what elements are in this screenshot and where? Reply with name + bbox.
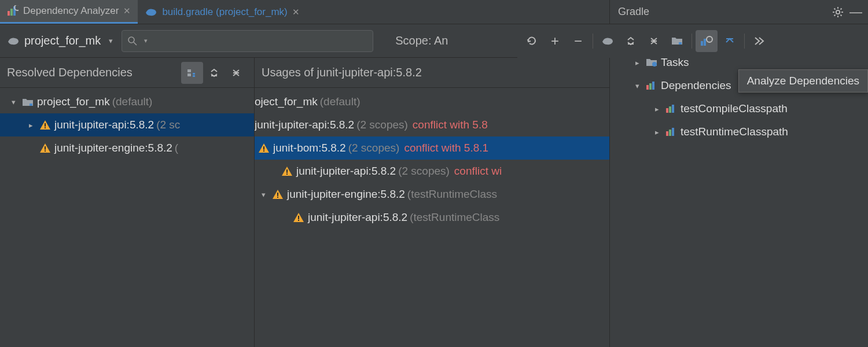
chevron-right-icon[interactable]: ▸ bbox=[25, 121, 36, 130]
node-label: junit-jupiter-api:5.8.2 bbox=[308, 211, 407, 224]
gear-icon[interactable] bbox=[832, 6, 844, 18]
gradle-icon bbox=[145, 7, 157, 17]
svg-rect-8 bbox=[193, 75, 195, 77]
warning-icon bbox=[281, 166, 293, 176]
node-suffix: ( bbox=[175, 142, 178, 154]
tooltip-text: Analyze Dependencies bbox=[747, 75, 859, 87]
project-dropdown[interactable]: project_for_mk ▾ bbox=[7, 34, 116, 47]
scope-label[interactable]: Scope: An bbox=[395, 34, 448, 47]
svg-rect-6 bbox=[187, 69, 191, 72]
separator bbox=[692, 34, 692, 49]
tree-node-classpath[interactable]: ▸ testCompileClasspath bbox=[610, 97, 868, 120]
svg-rect-44 bbox=[704, 39, 706, 46]
panel-title: Resolved Dependencies bbox=[7, 66, 181, 79]
node-label: junit-jupiter-api:5.8.2 bbox=[255, 119, 354, 131]
tree-root[interactable]: ▾ project_for_mk (default) bbox=[0, 90, 254, 113]
remove-button[interactable]: − bbox=[567, 30, 589, 52]
tree-node[interactable]: ▸ junit-jupiter-api:5.8.2 (2 sc bbox=[0, 113, 254, 136]
gradle-header: Gradle — bbox=[610, 0, 868, 24]
close-icon[interactable]: ✕ bbox=[123, 6, 131, 16]
svg-rect-40 bbox=[669, 130, 671, 136]
project-structure-button[interactable] bbox=[666, 30, 688, 52]
toggle-offline-button[interactable] bbox=[719, 30, 741, 52]
collapse-all-button[interactable] bbox=[643, 30, 665, 52]
chevron-right-icon[interactable]: ▸ bbox=[652, 105, 662, 113]
project-name: project_for_mk bbox=[24, 34, 101, 47]
svg-rect-41 bbox=[672, 128, 674, 136]
deps-icon bbox=[646, 80, 657, 91]
resolved-deps-panel: Resolved Dependencies ▾ proj bbox=[0, 58, 255, 347]
gradle-icon bbox=[7, 36, 20, 46]
analyzer-icon bbox=[7, 5, 19, 17]
chevron-right-icon[interactable]: ▸ bbox=[652, 128, 662, 136]
chevron-down-icon[interactable]: ▾ bbox=[141, 37, 151, 45]
tasks-icon bbox=[646, 57, 657, 68]
warning-icon bbox=[39, 143, 51, 153]
node-suffix: (2 scopes) bbox=[356, 119, 408, 131]
svg-rect-43 bbox=[701, 41, 703, 46]
svg-point-32 bbox=[652, 62, 657, 67]
svg-rect-15 bbox=[263, 146, 264, 150]
tree-node[interactable]: junit-jupiter-engine:5.8.2 ( bbox=[0, 136, 254, 160]
deps-icon bbox=[665, 104, 677, 114]
minimize-icon[interactable]: — bbox=[849, 5, 862, 20]
tree-node-classpath[interactable]: ▸ testRuntimeClasspath bbox=[610, 120, 868, 143]
svg-rect-22 bbox=[298, 220, 299, 221]
warning-icon bbox=[258, 143, 270, 153]
svg-rect-20 bbox=[277, 197, 278, 198]
svg-line-29 bbox=[841, 14, 842, 16]
tab-dependency-analyzer[interactable]: Dependency Analyzer ✕ bbox=[0, 0, 138, 24]
node-label: oject_for_mk bbox=[255, 95, 318, 108]
deps-icon bbox=[665, 127, 677, 137]
warning-icon bbox=[293, 212, 304, 223]
close-icon[interactable]: ✕ bbox=[292, 7, 300, 17]
svg-line-30 bbox=[841, 8, 842, 9]
chevron-down-icon[interactable]: ▾ bbox=[632, 82, 642, 90]
svg-rect-21 bbox=[298, 216, 299, 219]
node-suffix: (2 scopes) bbox=[398, 165, 450, 178]
node-label: junit-jupiter-engine:5.8.2 bbox=[287, 188, 405, 201]
view-mode-button[interactable] bbox=[181, 62, 203, 84]
refresh-button[interactable] bbox=[521, 30, 543, 52]
svg-rect-34 bbox=[649, 83, 652, 90]
node-label: junit-jupiter-engine:5.8.2 bbox=[54, 142, 172, 154]
node-label: junit-jupiter-api:5.8.2 bbox=[296, 165, 396, 178]
svg-rect-38 bbox=[672, 105, 674, 113]
expand-all-button[interactable] bbox=[203, 62, 225, 84]
collapse-all-button[interactable] bbox=[225, 62, 247, 84]
svg-point-23 bbox=[836, 10, 840, 13]
svg-line-31 bbox=[834, 14, 836, 16]
chevron-down-icon[interactable]: ▾ bbox=[8, 98, 19, 106]
node-suffix: (2 sc bbox=[156, 119, 180, 131]
gradle-run-button[interactable] bbox=[597, 30, 619, 52]
node-label: Dependencies bbox=[661, 79, 731, 92]
chevron-down-icon: ▾ bbox=[105, 36, 116, 45]
chevron-right-icon[interactable]: ▸ bbox=[632, 58, 642, 67]
panel-header: Resolved Dependencies bbox=[0, 58, 254, 88]
folder-icon bbox=[22, 97, 34, 106]
svg-point-4 bbox=[128, 37, 134, 43]
warning-icon bbox=[272, 189, 284, 200]
gradle-title: Gradle bbox=[618, 6, 826, 18]
svg-rect-0 bbox=[8, 11, 10, 16]
svg-rect-7 bbox=[187, 73, 191, 76]
build-button[interactable] bbox=[748, 30, 770, 52]
chevron-down-icon[interactable]: ▾ bbox=[258, 190, 269, 199]
node-suffix: (testRuntimeClass bbox=[407, 188, 497, 201]
expand-all-button[interactable] bbox=[620, 30, 642, 52]
svg-rect-37 bbox=[669, 106, 671, 113]
warning-icon bbox=[39, 120, 51, 130]
add-button[interactable]: + bbox=[544, 30, 566, 52]
svg-rect-14 bbox=[45, 150, 46, 152]
analyze-deps-button[interactable] bbox=[696, 30, 718, 52]
node-suffix: (2 scopes) bbox=[348, 142, 400, 154]
separator bbox=[744, 34, 745, 49]
search-input[interactable]: ▾ bbox=[122, 30, 373, 52]
svg-rect-33 bbox=[646, 85, 649, 90]
conflict-label: conflict with 5.8 bbox=[413, 119, 488, 131]
tab-label: Dependency Analyzer bbox=[23, 5, 119, 17]
node-suffix: (default) bbox=[112, 95, 153, 108]
tab-build-gradle[interactable]: build.gradle (project_for_mk) ✕ bbox=[138, 0, 306, 24]
svg-rect-10 bbox=[30, 104, 32, 106]
node-label: testRuntimeClasspath bbox=[681, 125, 788, 138]
